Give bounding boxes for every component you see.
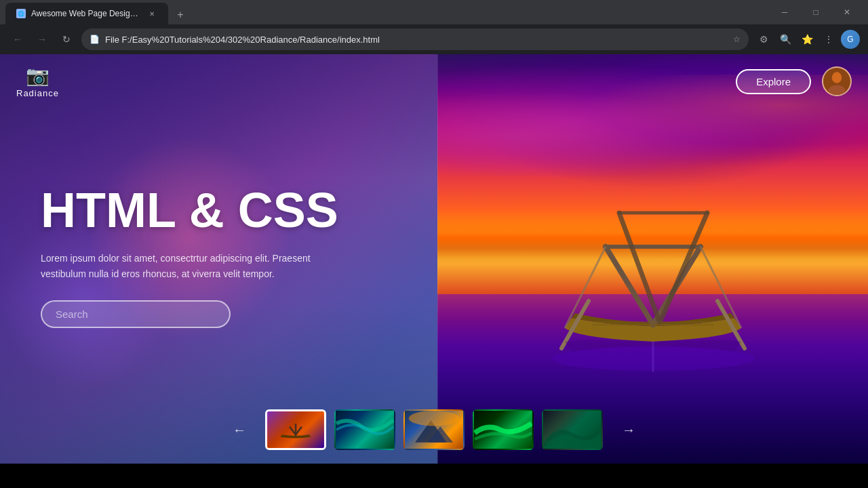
hero-description: Lorem ipsum dolor sit amet, consectrtur … bbox=[41, 251, 312, 281]
tab-bar: 🌐 Awesome Web Page Design - E... ✕ + ─ □… bbox=[0, 0, 868, 24]
window-controls: ─ □ ✕ bbox=[769, 0, 863, 24]
tab-close-button[interactable]: ✕ bbox=[146, 8, 157, 19]
active-tab[interactable]: 🌐 Awesome Web Page Design - E... ✕ bbox=[5, 3, 168, 24]
header-right: Explore bbox=[736, 66, 852, 96]
reload-button[interactable]: ↻ bbox=[57, 30, 76, 49]
search-box bbox=[41, 300, 231, 328]
boat-svg bbox=[524, 192, 782, 382]
toolbar-actions: ⚙ 🔍 ⭐ ⋮ G bbox=[754, 30, 860, 49]
search-input[interactable] bbox=[56, 308, 216, 320]
profile-avatar[interactable]: G bbox=[841, 30, 860, 49]
camera-icon: 📷 bbox=[26, 64, 50, 87]
maximize-button[interactable]: □ bbox=[800, 0, 831, 24]
svg-point-15 bbox=[832, 72, 842, 83]
page-content: 📷 Radiance Explore HTML & CSS Lorem ipsu… bbox=[0, 54, 868, 464]
boat-illustration bbox=[524, 192, 782, 382]
bookmark-icon[interactable]: ☆ bbox=[733, 35, 741, 44]
logo-text: Radiance bbox=[16, 88, 59, 98]
logo-area: 📷 Radiance bbox=[16, 64, 59, 98]
address-text: File F:/Easy%20Tutorials%204/302%20Radia… bbox=[105, 35, 728, 45]
zoom-icon[interactable]: 🔍 bbox=[776, 30, 795, 49]
hero-content: HTML & CSS Lorem ipsum dolor sit amet, c… bbox=[41, 184, 338, 328]
next-button[interactable]: → bbox=[611, 417, 646, 443]
forward-button[interactable]: → bbox=[33, 30, 52, 49]
address-bar[interactable]: 📄 File F:/Easy%20Tutorials%204/302%20Rad… bbox=[81, 28, 749, 50]
lock-icon: 📄 bbox=[90, 35, 100, 44]
close-button[interactable]: ✕ bbox=[831, 0, 863, 24]
browser-toolbar: ← → ↻ 📄 File F:/Easy%20Tutorials%204/302… bbox=[0, 24, 868, 54]
thumbnail-3[interactable] bbox=[403, 409, 465, 450]
prev-button[interactable]: ← bbox=[222, 417, 257, 443]
thumbnail-2[interactable] bbox=[334, 409, 395, 450]
new-tab-button[interactable]: + bbox=[171, 5, 190, 24]
thumbnail-strip: ← bbox=[0, 396, 868, 464]
svg-point-25 bbox=[409, 411, 460, 426]
back-button[interactable]: ← bbox=[8, 30, 27, 49]
browser-chrome: 🌐 Awesome Web Page Design - E... ✕ + ─ □… bbox=[0, 0, 868, 54]
hero-title: HTML & CSS bbox=[41, 184, 338, 237]
tab-favicon: 🌐 bbox=[16, 9, 26, 18]
svg-line-7 bbox=[660, 213, 707, 323]
explore-button[interactable]: Explore bbox=[736, 69, 811, 94]
thumbnail-5[interactable] bbox=[542, 409, 603, 450]
tab-title: Awesome Web Page Design - E... bbox=[31, 9, 141, 18]
user-avatar[interactable] bbox=[822, 66, 852, 96]
bookmark-manager-icon[interactable]: ⭐ bbox=[797, 30, 816, 49]
extensions-icon[interactable]: ⚙ bbox=[754, 30, 773, 49]
settings-icon[interactable]: ⋮ bbox=[819, 30, 838, 49]
minimize-button[interactable]: ─ bbox=[769, 0, 800, 24]
thumbnail-1[interactable] bbox=[265, 409, 326, 450]
thumbnail-4[interactable] bbox=[473, 409, 534, 450]
page-header: 📷 Radiance Explore bbox=[0, 54, 868, 108]
